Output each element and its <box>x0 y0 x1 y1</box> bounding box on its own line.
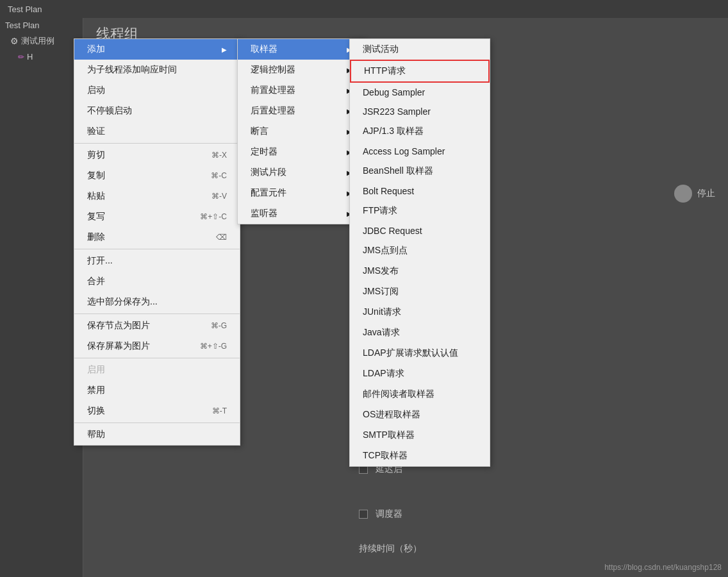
menu1-savescreen-shortcut: ⌘+⇧-G <box>200 342 227 351</box>
menu3-item-http[interactable]: HTTP请求 <box>350 60 490 83</box>
menu3-item-jmspublish[interactable]: JMS发布 <box>350 261 490 281</box>
menu2-item-config[interactable]: 配置元件 ▶ <box>238 183 365 203</box>
menu3-jmsp2p-label: JMS点到点 <box>363 245 408 256</box>
menu3-item-debug[interactable]: Debug Sampler <box>350 83 490 102</box>
menu3-item-java[interactable]: Java请求 <box>350 322 490 343</box>
menu1-item-savescreen[interactable]: 保存屏幕为图片 ⌘+⇧-G <box>74 336 240 356</box>
menu3-item-ldapextend[interactable]: LDAP扩展请求默认认值 <box>350 343 490 364</box>
menu2-assertion-label: 断言 <box>251 126 269 137</box>
menu1-item-toggle[interactable]: 切换 ⌘-T <box>74 401 240 421</box>
menu3-item-ldap[interactable]: LDAP请求 <box>350 364 490 384</box>
menu2-item-sampler[interactable]: 取样器 ▶ <box>238 39 365 60</box>
menu3-item-jsr223[interactable]: JSR223 Sampler <box>350 102 490 121</box>
context-menu-1: 添加 ▶ 为子线程添加响应时间 启动 不停顿启动 验证 剪切 ⌘-X 复制 ⌘-… <box>74 38 240 446</box>
menu1-item-disable[interactable]: 禁用 <box>74 380 240 401</box>
menu2-item-timer[interactable]: 定时器 ▶ <box>238 142 365 162</box>
menu1-item-paste[interactable]: 粘贴 ⌘-V <box>74 186 240 206</box>
menu3-item-beanshell[interactable]: BeanShell 取样器 <box>350 161 490 181</box>
menu3-item-jdbc[interactable]: JDBC Request <box>350 221 490 240</box>
context-menu-3: 测试活动 HTTP请求 Debug Sampler JSR223 Sampler… <box>349 38 490 467</box>
separator-2 <box>74 249 240 249</box>
menu3-jdbc-label: JDBC Request <box>363 226 422 236</box>
menu2-item-preprocessor[interactable]: 前置处理器 ▶ <box>238 80 365 101</box>
menu1-cut-shortcut: ⌘-X <box>211 151 227 160</box>
menu1-delete-label: 删除 <box>87 231 105 243</box>
menu2-item-postprocessor[interactable]: 后置处理器 ▶ <box>238 101 365 121</box>
menu1-toggle-label: 切换 <box>87 405 105 417</box>
menu3-ldap-label: LDAP请求 <box>363 368 404 380</box>
menu1-savescreen-label: 保存屏幕为图片 <box>87 340 150 352</box>
menu2-timer-label: 定时器 <box>251 146 277 158</box>
menu2-item-assertion[interactable]: 断言 ▶ <box>238 121 365 142</box>
tree-panel: Test Plan ⚙ 测试用例 ✏ H <box>0 18 83 577</box>
menu1-item-start[interactable]: 启动 <box>74 80 240 101</box>
menu1-duplicate-shortcut: ⌘+⇧-C <box>200 212 227 221</box>
menu1-item-delete[interactable]: 删除 ⌫ <box>74 227 240 247</box>
tree-item-testplan[interactable]: Test Plan <box>0 18 83 33</box>
menu1-enable-label: 启用 <box>87 364 105 376</box>
menu3-item-junit[interactable]: JUnit请求 <box>350 302 490 322</box>
menu1-item-enable[interactable]: 启用 <box>74 360 240 380</box>
menu3-item-accesslog[interactable]: Access Log Sampler <box>350 142 490 161</box>
menu3-item-ajp[interactable]: AJP/1.3 取样器 <box>350 121 490 142</box>
tree-item-testcase[interactable]: ⚙ 测试用例 <box>0 33 83 49</box>
separator-1 <box>74 143 240 144</box>
menu3-ldapextend-label: LDAP扩展请求默认认值 <box>363 347 458 359</box>
menu1-item-addresponse[interactable]: 为子线程添加响应时间 <box>74 60 240 80</box>
menu3-item-jmsp2p[interactable]: JMS点到点 <box>350 240 490 261</box>
menu1-item-savenode[interactable]: 保存节点为图片 ⌘-G <box>74 315 240 336</box>
menu1-copy-shortcut: ⌘-C <box>211 171 227 180</box>
gear-icon: ⚙ <box>10 36 19 46</box>
menu2-item-listener[interactable]: 监听器 ▶ <box>238 203 365 224</box>
menu3-java-label: Java请求 <box>363 327 400 339</box>
menu3-item-testactivity[interactable]: 测试活动 <box>350 39 490 60</box>
menu1-add-label: 添加 <box>87 44 105 55</box>
menu1-help-label: 帮助 <box>87 429 105 440</box>
menu3-item-tcp[interactable]: TCP取样器 <box>350 446 490 466</box>
menu2-listener-label: 监听器 <box>251 208 277 219</box>
menu3-ftp-label: FTP请求 <box>363 205 397 217</box>
menu1-item-add[interactable]: 添加 ▶ <box>74 39 240 60</box>
menu3-item-osprocess[interactable]: OS进程取样器 <box>350 405 490 425</box>
tree-testcase-label: 测试用例 <box>21 35 54 47</box>
menu1-startnopause-label: 不停顿启动 <box>87 105 132 117</box>
menu2-item-testfragment[interactable]: 测试片段 ▶ <box>238 162 365 183</box>
tree-testplan-label: Test Plan <box>5 21 39 30</box>
menu3-item-ftp[interactable]: FTP请求 <box>350 201 490 221</box>
menu2-logic-label: 逻辑控制器 <box>251 64 295 76</box>
menu1-item-validate[interactable]: 验证 <box>74 121 240 142</box>
menu1-savenode-shortcut: ⌘-G <box>211 321 227 330</box>
menu1-item-saveas[interactable]: 选中部分保存为... <box>74 292 240 312</box>
menu3-item-smtp[interactable]: SMTP取样器 <box>350 425 490 446</box>
menu1-open-label: 打开... <box>87 255 113 267</box>
menu1-item-merge[interactable]: 合并 <box>74 271 240 292</box>
menu2-item-logic[interactable]: 逻辑控制器 ▶ <box>238 60 365 80</box>
menu2-preprocessor-label: 前置处理器 <box>251 85 295 96</box>
tree-h-label: H <box>27 52 33 62</box>
menu2-postprocessor-label: 后置处理器 <box>251 105 295 117</box>
tree-item-h[interactable]: ✏ H <box>0 49 83 64</box>
menu1-item-open[interactable]: 打开... <box>74 251 240 271</box>
menu1-item-duplicate[interactable]: 复写 ⌘+⇧-C <box>74 206 240 227</box>
menu3-item-bolt[interactable]: Bolt Request <box>350 181 490 201</box>
menu3-item-jmssubscribe[interactable]: JMS订阅 <box>350 281 490 302</box>
menu1-delete-shortcut: ⌫ <box>216 233 227 242</box>
menu3-jsr223-label: JSR223 Sampler <box>363 106 431 117</box>
menu3-smtp-label: SMTP取样器 <box>363 430 415 441</box>
menu1-item-copy[interactable]: 复制 ⌘-C <box>74 165 240 186</box>
menu3-osprocess-label: OS进程取样器 <box>363 409 420 421</box>
menu1-copy-label: 复制 <box>87 170 105 181</box>
menu1-disable-label: 禁用 <box>87 385 105 396</box>
separator-5 <box>74 422 240 423</box>
separator-3 <box>74 314 240 314</box>
menu3-http-label: HTTP请求 <box>364 65 406 77</box>
menu1-toggle-shortcut: ⌘-T <box>212 406 227 415</box>
submenu-arrow-icon: ▶ <box>222 46 227 53</box>
schedule-checkbox-box[interactable] <box>359 510 368 519</box>
menu1-item-help[interactable]: 帮助 <box>74 424 240 445</box>
menu1-item-startnopause[interactable]: 不停顿启动 <box>74 101 240 121</box>
menu1-item-cut[interactable]: 剪切 ⌘-X <box>74 145 240 165</box>
menu1-merge-label: 合并 <box>87 276 105 287</box>
menu3-item-mailreader[interactable]: 邮件阅读者取样器 <box>350 384 490 405</box>
menu3-ajp-label: AJP/1.3 取样器 <box>363 126 424 137</box>
